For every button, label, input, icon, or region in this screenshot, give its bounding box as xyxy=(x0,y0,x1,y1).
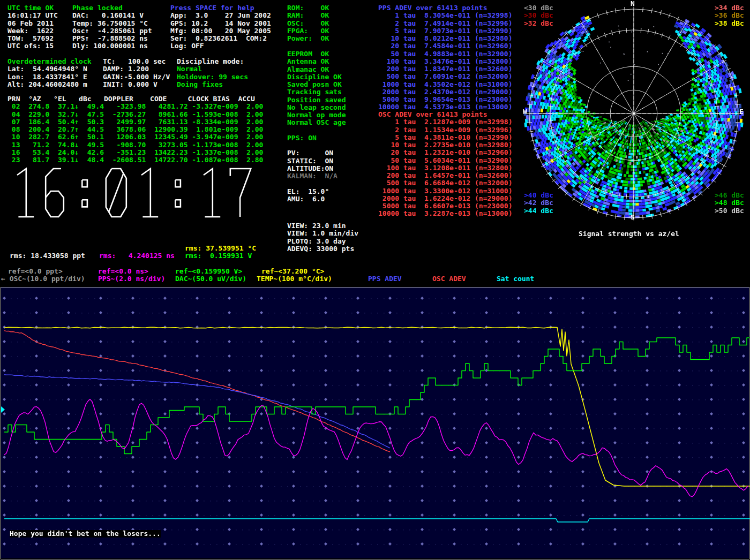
plot-status-message: Hope you didn't bet on the losers... xyxy=(10,530,161,538)
big-digital-clock xyxy=(9,166,266,222)
satellite-signal-polar-map xyxy=(521,0,746,236)
rms-pps: rms: 4.240125 ns xyxy=(99,252,175,260)
clock-digit-stroke xyxy=(82,180,87,187)
clock-digit-stroke xyxy=(109,173,123,212)
compass-east-label: E xyxy=(739,108,744,116)
clock-digit-stroke xyxy=(204,169,213,217)
clock-digit-stroke xyxy=(230,169,251,217)
pps-adev-table: PPS ADEV over 61413 points 1 tau 8.3054e… xyxy=(378,4,512,111)
discipline-params: TC: 100.0 secDAMP: 1.200GAIN:-5.000 Hz/V… xyxy=(103,58,170,88)
receiver-status: EEPROM OKAntenna OKAlmanac OKDiscipline … xyxy=(287,50,346,203)
satellite-table: PRN °AZ °EL dBc DOPPLER CODE CLOCK BIAS … xyxy=(8,95,263,164)
compass-west-label: W xyxy=(523,108,527,116)
plot-legend-sat-count: Sat count xyxy=(497,275,534,283)
dbc-legend-top-left: <30 dBc>30 dBc>32 dBc xyxy=(524,4,553,27)
dbc-legend-top-right: >34 dBc>36 dBc>38 dBc xyxy=(715,4,744,27)
clock-digit-stroke xyxy=(141,169,151,217)
dbc-legend-bottom-left: >40 dBc>42 dBc>44 dBc xyxy=(524,192,553,215)
compass-north-label: N xyxy=(631,0,635,7)
scale-pps: PPS~(2.0 ns/div) xyxy=(98,275,165,283)
utc-status: UTC time OK16:01:17 UTC06 Feb 2011Week: … xyxy=(8,4,58,50)
osc-adev-table: OSC ADEV over 61413 points 1 tau 2.1287e… xyxy=(378,111,512,218)
scale-osc: ← OSC~(10.0 ppt/div) xyxy=(1,275,85,283)
rms-osc: rms: 18.433058 ppt xyxy=(10,252,85,260)
plot-legend-pps-adev: PPS ADEV xyxy=(368,275,402,283)
version-info: Press SPACE for helpApp: 3.0 27 Jun 2002… xyxy=(170,4,271,50)
oscillator-status: Phase lockedDAC: 0.160141 VTemp: 36.7500… xyxy=(72,4,152,50)
plot-queue-info: VIEW: 23.0 minVIEW: 1.0 min/divPLOTQ: 3.… xyxy=(287,222,358,253)
clock-digit-stroke xyxy=(82,200,87,207)
compass-south-label: S xyxy=(631,214,635,221)
self-test-status: ROM: OKRAM: OKOSC: OKFPGA: OKPower: OK xyxy=(287,4,329,42)
clock-digit-stroke xyxy=(17,169,26,217)
clock-digit-stroke xyxy=(175,200,181,207)
polar-plot-caption: Signal strength vs az/el xyxy=(579,230,679,238)
position-info: Overdetermined clockLat: 54.4964948° NLo… xyxy=(8,58,92,88)
dbc-legend-bottom-right: >46 dBc>48 dBc>50 dBc xyxy=(715,192,744,215)
discipline-mode: Discipline mode:NormalHoldover: 99 secsD… xyxy=(177,58,248,88)
scale-dac: DAC~(50.0 uV/div) xyxy=(175,275,246,283)
scale-temp: TEMP~(100 m°C/div) xyxy=(257,275,332,283)
rms-dac: rms: 0.159931 V xyxy=(185,252,252,260)
lady-heather-main-screen: N S W E Signal strength vs az/el Hope yo… xyxy=(0,0,750,560)
strip-chart-plot-area[interactable] xyxy=(0,286,750,560)
clock-digit-stroke xyxy=(175,180,181,187)
clock-digit-stroke xyxy=(46,169,64,217)
plot-legend-osc-adev: OSC ADEV xyxy=(432,275,466,283)
